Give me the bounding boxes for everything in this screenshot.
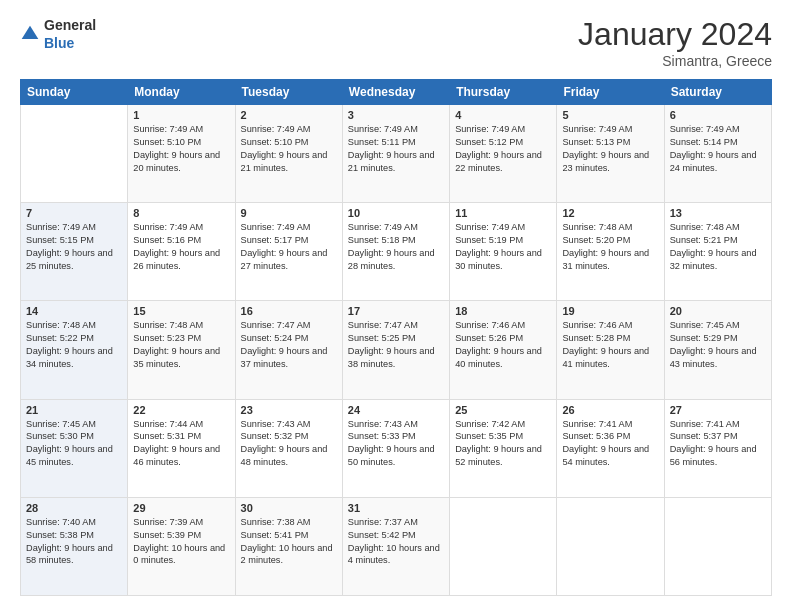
cell-info: Sunrise: 7:49 AMSunset: 5:19 PMDaylight:… [455,221,551,273]
day-cell: 22 Sunrise: 7:44 AMSunset: 5:31 PMDaylig… [128,399,235,497]
day-cell: 8 Sunrise: 7:49 AMSunset: 5:16 PMDayligh… [128,203,235,301]
logo: General Blue [20,16,96,52]
day-cell: 15 Sunrise: 7:48 AMSunset: 5:23 PMDaylig… [128,301,235,399]
day-number: 31 [348,502,444,514]
cell-info: Sunrise: 7:38 AMSunset: 5:41 PMDaylight:… [241,516,337,568]
day-number: 14 [26,305,122,317]
cell-info: Sunrise: 7:48 AMSunset: 5:20 PMDaylight:… [562,221,658,273]
day-number: 18 [455,305,551,317]
day-cell: 2 Sunrise: 7:49 AMSunset: 5:10 PMDayligh… [235,105,342,203]
day-cell: 26 Sunrise: 7:41 AMSunset: 5:36 PMDaylig… [557,399,664,497]
cell-info: Sunrise: 7:48 AMSunset: 5:23 PMDaylight:… [133,319,229,371]
day-cell: 27 Sunrise: 7:41 AMSunset: 5:37 PMDaylig… [664,399,771,497]
week-row-3: 21 Sunrise: 7:45 AMSunset: 5:30 PMDaylig… [21,399,772,497]
day-cell: 25 Sunrise: 7:42 AMSunset: 5:35 PMDaylig… [450,399,557,497]
cell-info: Sunrise: 7:39 AMSunset: 5:39 PMDaylight:… [133,516,229,568]
cell-info: Sunrise: 7:43 AMSunset: 5:33 PMDaylight:… [348,418,444,470]
day-number: 24 [348,404,444,416]
day-number: 10 [348,207,444,219]
day-number: 15 [133,305,229,317]
day-number: 30 [241,502,337,514]
col-tuesday: Tuesday [235,80,342,105]
cell-info: Sunrise: 7:49 AMSunset: 5:10 PMDaylight:… [133,123,229,175]
day-cell: 6 Sunrise: 7:49 AMSunset: 5:14 PMDayligh… [664,105,771,203]
cell-info: Sunrise: 7:46 AMSunset: 5:26 PMDaylight:… [455,319,551,371]
cell-info: Sunrise: 7:49 AMSunset: 5:10 PMDaylight:… [241,123,337,175]
logo-general: General [44,17,96,33]
cell-info: Sunrise: 7:47 AMSunset: 5:25 PMDaylight:… [348,319,444,371]
day-cell: 7 Sunrise: 7:49 AMSunset: 5:15 PMDayligh… [21,203,128,301]
week-row-2: 14 Sunrise: 7:48 AMSunset: 5:22 PMDaylig… [21,301,772,399]
day-cell: 3 Sunrise: 7:49 AMSunset: 5:11 PMDayligh… [342,105,449,203]
day-cell: 28 Sunrise: 7:40 AMSunset: 5:38 PMDaylig… [21,497,128,595]
day-number: 11 [455,207,551,219]
cell-info: Sunrise: 7:42 AMSunset: 5:35 PMDaylight:… [455,418,551,470]
cell-info: Sunrise: 7:49 AMSunset: 5:13 PMDaylight:… [562,123,658,175]
day-cell [21,105,128,203]
cell-info: Sunrise: 7:49 AMSunset: 5:16 PMDaylight:… [133,221,229,273]
day-cell: 29 Sunrise: 7:39 AMSunset: 5:39 PMDaylig… [128,497,235,595]
day-cell: 18 Sunrise: 7:46 AMSunset: 5:26 PMDaylig… [450,301,557,399]
title-block: January 2024 Simantra, Greece [578,16,772,69]
cell-info: Sunrise: 7:41 AMSunset: 5:37 PMDaylight:… [670,418,766,470]
cell-info: Sunrise: 7:49 AMSunset: 5:14 PMDaylight:… [670,123,766,175]
day-number: 7 [26,207,122,219]
day-number: 22 [133,404,229,416]
cell-info: Sunrise: 7:49 AMSunset: 5:17 PMDaylight:… [241,221,337,273]
logo-icon [20,24,40,44]
day-number: 3 [348,109,444,121]
header: General Blue January 2024 Simantra, Gree… [20,16,772,69]
day-cell: 1 Sunrise: 7:49 AMSunset: 5:10 PMDayligh… [128,105,235,203]
day-number: 23 [241,404,337,416]
day-cell: 21 Sunrise: 7:45 AMSunset: 5:30 PMDaylig… [21,399,128,497]
cell-info: Sunrise: 7:48 AMSunset: 5:22 PMDaylight:… [26,319,122,371]
calendar-page: General Blue January 2024 Simantra, Gree… [0,0,792,612]
day-cell: 11 Sunrise: 7:49 AMSunset: 5:19 PMDaylig… [450,203,557,301]
day-number: 27 [670,404,766,416]
cell-info: Sunrise: 7:40 AMSunset: 5:38 PMDaylight:… [26,516,122,568]
week-row-0: 1 Sunrise: 7:49 AMSunset: 5:10 PMDayligh… [21,105,772,203]
col-saturday: Saturday [664,80,771,105]
day-cell: 9 Sunrise: 7:49 AMSunset: 5:17 PMDayligh… [235,203,342,301]
day-number: 8 [133,207,229,219]
day-number: 4 [455,109,551,121]
month-title: January 2024 [578,16,772,53]
logo-blue: Blue [44,35,74,51]
day-cell: 14 Sunrise: 7:48 AMSunset: 5:22 PMDaylig… [21,301,128,399]
cell-info: Sunrise: 7:43 AMSunset: 5:32 PMDaylight:… [241,418,337,470]
cell-info: Sunrise: 7:45 AMSunset: 5:29 PMDaylight:… [670,319,766,371]
day-number: 12 [562,207,658,219]
day-number: 9 [241,207,337,219]
day-cell: 10 Sunrise: 7:49 AMSunset: 5:18 PMDaylig… [342,203,449,301]
col-sunday: Sunday [21,80,128,105]
svg-marker-0 [22,26,39,39]
col-monday: Monday [128,80,235,105]
week-row-1: 7 Sunrise: 7:49 AMSunset: 5:15 PMDayligh… [21,203,772,301]
cell-info: Sunrise: 7:44 AMSunset: 5:31 PMDaylight:… [133,418,229,470]
day-cell: 23 Sunrise: 7:43 AMSunset: 5:32 PMDaylig… [235,399,342,497]
day-cell: 17 Sunrise: 7:47 AMSunset: 5:25 PMDaylig… [342,301,449,399]
header-row: Sunday Monday Tuesday Wednesday Thursday… [21,80,772,105]
day-cell: 5 Sunrise: 7:49 AMSunset: 5:13 PMDayligh… [557,105,664,203]
day-cell [450,497,557,595]
day-cell: 19 Sunrise: 7:46 AMSunset: 5:28 PMDaylig… [557,301,664,399]
location-subtitle: Simantra, Greece [578,53,772,69]
week-row-4: 28 Sunrise: 7:40 AMSunset: 5:38 PMDaylig… [21,497,772,595]
day-cell: 4 Sunrise: 7:49 AMSunset: 5:12 PMDayligh… [450,105,557,203]
day-number: 2 [241,109,337,121]
col-thursday: Thursday [450,80,557,105]
logo-text: General Blue [44,16,96,52]
day-cell [557,497,664,595]
day-number: 28 [26,502,122,514]
day-cell: 13 Sunrise: 7:48 AMSunset: 5:21 PMDaylig… [664,203,771,301]
col-friday: Friday [557,80,664,105]
day-number: 5 [562,109,658,121]
cell-info: Sunrise: 7:49 AMSunset: 5:12 PMDaylight:… [455,123,551,175]
col-wednesday: Wednesday [342,80,449,105]
day-number: 21 [26,404,122,416]
day-number: 6 [670,109,766,121]
cell-info: Sunrise: 7:45 AMSunset: 5:30 PMDaylight:… [26,418,122,470]
calendar-table: Sunday Monday Tuesday Wednesday Thursday… [20,79,772,596]
cell-info: Sunrise: 7:49 AMSunset: 5:15 PMDaylight:… [26,221,122,273]
day-number: 13 [670,207,766,219]
